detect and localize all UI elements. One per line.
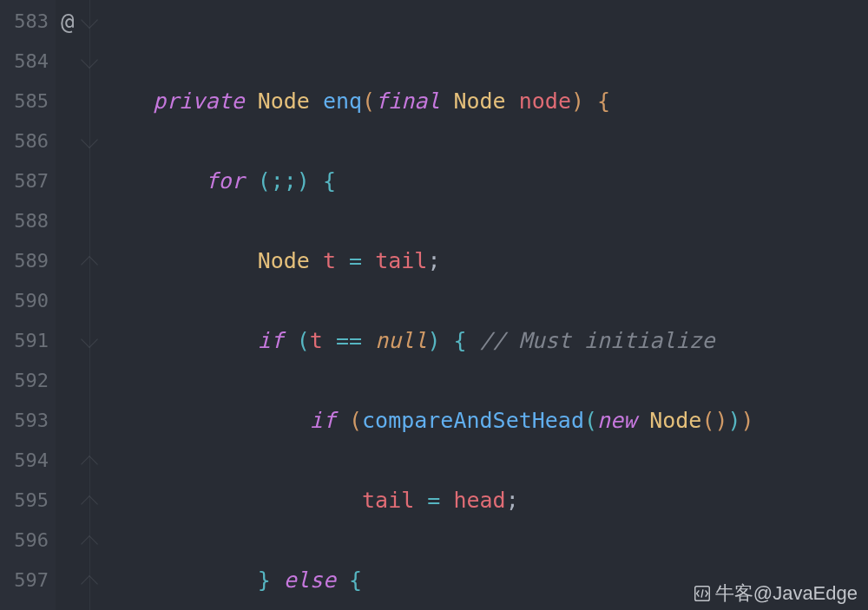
paren: ) xyxy=(571,89,584,114)
type-node: Node xyxy=(453,89,505,114)
brace: { xyxy=(454,328,467,353)
type-node: Node xyxy=(258,89,310,114)
fold-icon[interactable] xyxy=(81,495,98,513)
line-number: 597 xyxy=(0,561,49,600)
fn-compareAndSetHead: compareAndSetHead xyxy=(362,408,584,433)
fold-icon[interactable] xyxy=(81,51,98,69)
line-number: 593 xyxy=(0,401,49,441)
fold-icon[interactable] xyxy=(81,331,98,348)
var-t: t xyxy=(323,248,336,273)
semicolon: ; xyxy=(427,248,440,273)
keyword-final: final xyxy=(375,89,440,114)
code-line[interactable]: Node t = tail; xyxy=(101,241,868,281)
watermark: 牛客@JavaEdge xyxy=(693,584,858,603)
line-number: 595 xyxy=(0,481,49,521)
var-head: head xyxy=(453,488,505,513)
line-number: 585 xyxy=(0,82,49,121)
keyword-if: if xyxy=(258,328,284,353)
paren: ( xyxy=(584,408,597,433)
change-marker-icon: @ xyxy=(61,2,75,42)
line-number: 590 xyxy=(0,281,49,321)
fold-icon[interactable] xyxy=(81,575,98,593)
comment: // Must initialize xyxy=(480,328,715,353)
op-eqeq: == xyxy=(336,328,362,353)
var-tail: tail xyxy=(362,488,414,513)
fold-icon[interactable] xyxy=(81,456,98,473)
paren: ( xyxy=(362,89,375,114)
fold-gutter: @ xyxy=(56,0,101,610)
line-number: 589 xyxy=(0,241,49,281)
code-line[interactable]: tail = head; xyxy=(101,481,868,521)
code-line[interactable]: if (compareAndSetHead(new Node())) xyxy=(101,401,868,441)
line-number: 591 xyxy=(0,321,49,361)
line-number: 596 xyxy=(0,521,49,561)
fold-icon[interactable] xyxy=(81,131,98,148)
type-node: Node xyxy=(649,408,701,433)
var-tail: tail xyxy=(375,248,427,273)
parens: () xyxy=(701,408,727,433)
fold-icon[interactable] xyxy=(81,535,98,553)
keyword-if: if xyxy=(310,408,336,433)
watermark-text: 牛客@JavaEdge xyxy=(715,584,858,603)
brace: } xyxy=(258,567,271,593)
line-number: 594 xyxy=(0,441,49,481)
keyword-else: else xyxy=(284,567,336,593)
brace: { xyxy=(323,168,336,193)
paren: ) xyxy=(728,408,741,433)
keyword-for: for xyxy=(205,168,244,193)
semicolon: ; xyxy=(506,488,519,513)
line-number: 586 xyxy=(0,121,49,161)
op-assign: = xyxy=(349,248,362,273)
brace: { xyxy=(349,567,362,593)
literal-null: null xyxy=(375,328,427,353)
fold-icon[interactable] xyxy=(81,256,98,273)
line-number: 584 xyxy=(0,42,49,82)
paren: ( xyxy=(297,328,310,353)
keyword-new: new xyxy=(597,408,636,433)
code-area[interactable]: private Node enq(final Node node) { for … xyxy=(101,0,868,610)
paren: ) xyxy=(427,328,440,353)
var-t: t xyxy=(310,328,323,353)
code-line[interactable]: for (;;) { xyxy=(101,161,868,201)
op-assign: = xyxy=(427,488,440,513)
line-number: 587 xyxy=(0,161,49,201)
code-line[interactable]: if (t == null) { // Must initialize xyxy=(101,321,868,361)
brace: { xyxy=(597,89,610,114)
line-number: 583 xyxy=(0,2,49,42)
line-number-gutter: 583 584 585 586 587 588 589 590 591 592 … xyxy=(0,0,56,610)
method-name: enq xyxy=(323,89,362,114)
code-editor[interactable]: 583 584 585 586 587 588 589 590 591 592 … xyxy=(0,0,868,610)
paren: ) xyxy=(741,408,754,433)
code-line[interactable]: private Node enq(final Node node) { xyxy=(101,82,868,121)
line-number: 588 xyxy=(0,201,49,241)
keyword-private: private xyxy=(153,89,244,114)
watermark-icon xyxy=(693,584,712,603)
type-node: Node xyxy=(258,248,310,273)
param-node: node xyxy=(519,89,571,114)
paren: ( xyxy=(349,408,362,433)
fold-icon[interactable] xyxy=(81,11,98,29)
line-number: 592 xyxy=(0,361,49,401)
for-cond: (;;) xyxy=(258,168,310,193)
